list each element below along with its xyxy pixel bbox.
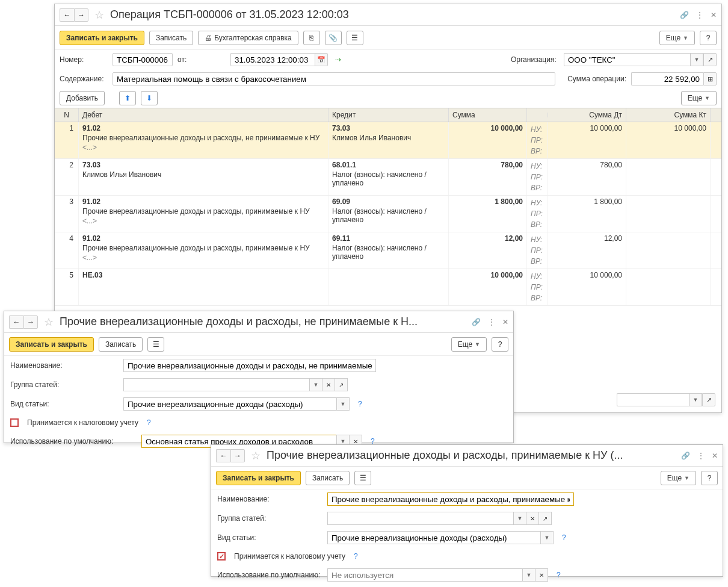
help-icon[interactable]: ? bbox=[354, 552, 358, 561]
col-n: N bbox=[55, 108, 79, 122]
name-input[interactable] bbox=[123, 359, 376, 372]
row-sum: 780,00 bbox=[449, 159, 527, 195]
type-dropdown[interactable]: ▼ bbox=[540, 531, 554, 544]
add-row-button[interactable]: Добавить bbox=[60, 91, 105, 105]
table-row[interactable]: 391.02Прочие внереализационные доходы и … bbox=[55, 196, 721, 232]
favorite-icon[interactable]: ☆ bbox=[251, 449, 261, 462]
more-button[interactable]: Еще ▼ bbox=[451, 337, 487, 352]
save-close-button[interactable]: Записать и закрыть bbox=[9, 337, 94, 352]
col-credit: Кредит bbox=[329, 108, 449, 122]
type-input[interactable] bbox=[327, 531, 541, 544]
opsum-calc-icon[interactable]: ⊞ bbox=[703, 72, 717, 85]
copy-button[interactable]: ⎘ bbox=[303, 31, 320, 45]
calendar-icon[interactable]: 📅 bbox=[315, 53, 328, 66]
footer-open-icon[interactable]: ↗ bbox=[702, 393, 715, 406]
nav-forward-button[interactable]: → bbox=[23, 315, 38, 329]
apply-date-icon[interactable]: ⇢ bbox=[335, 55, 341, 64]
group-dropdown[interactable]: ▼ bbox=[309, 378, 322, 391]
table-body: 191.02Прочие внереализационные доходы и … bbox=[55, 122, 721, 306]
save-close-button[interactable]: Записать и закрыть bbox=[216, 471, 301, 485]
row-debit: 91.02Прочие внереализационные доходы и р… bbox=[79, 122, 329, 158]
attach-button[interactable]: 📎 bbox=[325, 31, 342, 45]
default-clear[interactable]: ✕ bbox=[535, 568, 548, 582]
help-icon[interactable]: ? bbox=[358, 400, 362, 408]
tax-checkbox[interactable] bbox=[217, 552, 226, 561]
org-dropdown-icon[interactable]: ▼ bbox=[690, 53, 703, 66]
list-button[interactable]: ☰ bbox=[147, 337, 164, 352]
footer-dropdown-icon[interactable]: ▼ bbox=[689, 393, 702, 406]
save-button[interactable]: Записать bbox=[149, 31, 193, 45]
favorite-icon[interactable]: ☆ bbox=[94, 8, 104, 22]
help-icon[interactable]: ? bbox=[557, 571, 561, 579]
row-tags: НУ:ПР:ВР: bbox=[527, 159, 548, 195]
nav-back-button[interactable]: ← bbox=[60, 8, 74, 22]
number-input[interactable] bbox=[113, 53, 173, 66]
org-label: Организация: bbox=[511, 55, 559, 64]
opsum-label: Сумма операции: bbox=[567, 75, 626, 83]
group-clear[interactable]: ✕ bbox=[322, 378, 335, 391]
close-icon[interactable]: ✕ bbox=[711, 11, 717, 19]
more-button[interactable]: Еще ▼ bbox=[661, 471, 696, 485]
accounting-ref-button[interactable]: 🖨 Бухгалтерская справка bbox=[198, 31, 298, 45]
more-button[interactable]: Еще ▼ bbox=[659, 31, 695, 45]
close-icon[interactable]: ✕ bbox=[502, 318, 508, 326]
favorite-icon[interactable]: ☆ bbox=[44, 315, 54, 329]
row-debit: 91.02Прочие внереализационные доходы и р… bbox=[79, 232, 329, 269]
number-label: Номер: bbox=[60, 55, 108, 64]
org-open-icon[interactable]: ↗ bbox=[703, 53, 717, 66]
nav-forward-button[interactable]: → bbox=[74, 8, 88, 22]
date-input[interactable] bbox=[230, 53, 315, 66]
chevron-down-icon: ▼ bbox=[705, 95, 710, 101]
group-input[interactable] bbox=[327, 512, 514, 525]
save-button[interactable]: Записать bbox=[99, 337, 143, 352]
link-icon[interactable]: 🔗 bbox=[680, 11, 689, 19]
group-input[interactable] bbox=[123, 378, 310, 391]
menu-icon[interactable]: ⋮ bbox=[696, 11, 703, 19]
nav-back-button[interactable]: ← bbox=[9, 315, 23, 329]
move-up-button[interactable]: ⬆ bbox=[119, 91, 136, 105]
opsum-input[interactable] bbox=[631, 72, 703, 85]
table-row[interactable]: 491.02Прочие внереализационные доходы и … bbox=[55, 232, 721, 269]
table-row[interactable]: 273.03Климов Илья Иванович68.01.1Налог (… bbox=[55, 159, 721, 196]
save-close-button[interactable]: Записать и закрыть bbox=[60, 31, 144, 45]
group-clear[interactable]: ✕ bbox=[526, 512, 539, 525]
default-dropdown[interactable]: ▼ bbox=[522, 568, 535, 582]
move-down-button[interactable]: ⬇ bbox=[141, 91, 158, 105]
row-sdt: 12,00 bbox=[548, 232, 626, 269]
help-icon[interactable]: ? bbox=[147, 418, 151, 427]
group-dropdown[interactable]: ▼ bbox=[513, 512, 526, 525]
content-input[interactable] bbox=[113, 72, 555, 85]
name-input[interactable] bbox=[327, 492, 574, 506]
help-icon[interactable]: ? bbox=[562, 533, 566, 542]
menu-icon[interactable]: ⋮ bbox=[488, 318, 495, 326]
table-row[interactable]: 191.02Прочие внереализационные доходы и … bbox=[55, 122, 721, 159]
list-button[interactable]: ☰ bbox=[347, 31, 363, 45]
group-open[interactable]: ↗ bbox=[538, 512, 552, 525]
name-label: Наименование: bbox=[10, 361, 119, 370]
nav-back-button[interactable]: ← bbox=[216, 449, 230, 462]
help-button[interactable]: ? bbox=[492, 337, 508, 352]
menu-icon[interactable]: ⋮ bbox=[697, 452, 705, 460]
help-button[interactable]: ? bbox=[701, 471, 718, 485]
link-icon[interactable]: 🔗 bbox=[472, 318, 481, 326]
footer-input[interactable] bbox=[617, 393, 689, 406]
save-button[interactable]: Записать bbox=[306, 471, 350, 485]
row-credit: 68.01.1Налог (взносы): начислено / уплач… bbox=[329, 159, 449, 195]
org-input[interactable] bbox=[564, 53, 690, 66]
default-input[interactable] bbox=[327, 568, 523, 582]
row-sum: 1 800,00 bbox=[449, 196, 527, 232]
row-sdt: 10 000,00 bbox=[548, 269, 626, 305]
close-icon[interactable]: ✕ bbox=[712, 452, 718, 460]
col-tag bbox=[527, 113, 548, 117]
type-dropdown[interactable]: ▼ bbox=[336, 397, 350, 411]
table-row[interactable]: 5НЕ.0310 000,00НУ:ПР:ВР:10 000,00 bbox=[55, 269, 721, 306]
table-more-button[interactable]: Еще ▼ bbox=[681, 91, 717, 105]
col-skt: Сумма Кт bbox=[626, 108, 711, 122]
type-input[interactable] bbox=[123, 397, 337, 411]
list-button[interactable]: ☰ bbox=[354, 471, 371, 485]
tax-checkbox[interactable] bbox=[10, 418, 19, 427]
group-open[interactable]: ↗ bbox=[335, 378, 348, 391]
nav-forward-button[interactable]: → bbox=[230, 449, 245, 462]
link-icon[interactable]: 🔗 bbox=[681, 452, 690, 460]
help-button[interactable]: ? bbox=[700, 31, 717, 45]
